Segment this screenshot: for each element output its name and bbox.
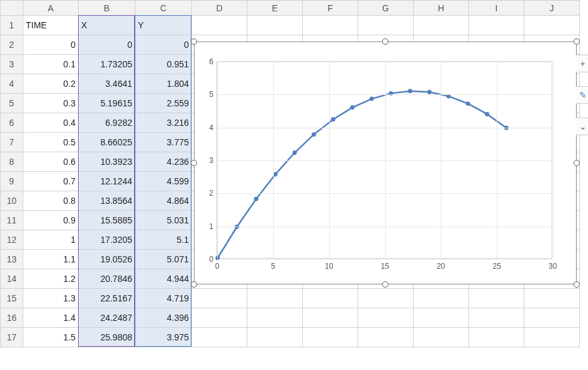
cell-A8[interactable]: 0.6 [23, 152, 79, 172]
cell-B6[interactable]: 6.9282 [79, 113, 135, 133]
row-header-16[interactable]: 16 [1, 308, 23, 328]
resize-handle-mr[interactable] [574, 160, 580, 166]
cell-B7[interactable]: 8.66025 [79, 133, 135, 152]
cell-A15[interactable]: 1.3 [23, 289, 79, 308]
chart-plot-area[interactable]: 0123456051015202530 [217, 61, 552, 259]
chart-object[interactable]: 0123456051015202530 + ✎ ⌄ [194, 42, 577, 284]
row-header-17[interactable]: 17 [1, 328, 23, 347]
cell-C15[interactable]: 4.719 [135, 289, 192, 308]
cell-C5[interactable]: 2.559 [135, 94, 192, 113]
cell-F17[interactable] [303, 328, 358, 347]
cell-E17[interactable] [247, 328, 303, 347]
column-header-C[interactable]: C [135, 1, 192, 16]
row-header-10[interactable]: 10 [1, 191, 23, 211]
column-header-B[interactable]: B [79, 1, 135, 16]
cell-G15[interactable] [358, 289, 414, 308]
cell-D17[interactable] [192, 328, 247, 347]
cell-C1[interactable]: Y [135, 16, 192, 35]
column-header-D[interactable]: D [192, 1, 247, 16]
cell-B15[interactable]: 22.5167 [79, 289, 135, 308]
row-header-1[interactable]: 1 [1, 16, 23, 35]
column-header-J[interactable]: J [524, 1, 580, 16]
chart-styles-button[interactable]: ✎ [576, 86, 588, 104]
cell-C6[interactable]: 3.216 [135, 113, 192, 133]
cell-E16[interactable] [247, 308, 303, 328]
row-header-3[interactable]: 3 [1, 55, 23, 74]
cell-J16[interactable] [524, 308, 580, 328]
cell-B11[interactable]: 15.5885 [79, 211, 135, 230]
cell-I16[interactable] [469, 308, 524, 328]
resize-handle-br[interactable] [574, 281, 580, 288]
cell-B17[interactable]: 25.9808 [79, 328, 135, 347]
cell-A5[interactable]: 0.3 [23, 94, 79, 113]
resize-handle-tr[interactable] [574, 38, 580, 45]
row-header-9[interactable]: 9 [1, 172, 23, 191]
cell-H16[interactable] [414, 308, 469, 328]
resize-handle-tm[interactable] [382, 38, 388, 45]
cell-B13[interactable]: 19.0526 [79, 250, 135, 269]
cell-A16[interactable]: 1.4 [23, 308, 79, 328]
column-header-A[interactable]: A [23, 1, 79, 16]
row-header-13[interactable]: 13 [1, 250, 23, 269]
column-header-I[interactable]: I [469, 1, 524, 16]
cell-C16[interactable]: 4.396 [135, 308, 192, 328]
row-header-8[interactable]: 8 [1, 152, 23, 172]
cell-F1[interactable] [303, 16, 358, 35]
row-header-14[interactable]: 14 [1, 269, 23, 289]
cell-C3[interactable]: 0.951 [135, 55, 192, 74]
resize-handle-tl[interactable] [191, 38, 197, 45]
row-header-11[interactable]: 11 [1, 211, 23, 230]
cell-J17[interactable] [524, 328, 580, 347]
column-header-H[interactable]: H [414, 1, 469, 16]
cell-C10[interactable]: 4.864 [135, 191, 192, 211]
cell-G1[interactable] [358, 16, 414, 35]
cell-C12[interactable]: 5.1 [135, 230, 192, 250]
cell-B9[interactable]: 12.1244 [79, 172, 135, 191]
row-header-12[interactable]: 12 [1, 230, 23, 250]
cell-C17[interactable]: 3.975 [135, 328, 192, 347]
cell-H15[interactable] [414, 289, 469, 308]
resize-handle-ml[interactable] [191, 160, 197, 166]
cell-B16[interactable]: 24.2487 [79, 308, 135, 328]
cell-A14[interactable]: 1.2 [23, 269, 79, 289]
cell-G17[interactable] [358, 328, 414, 347]
cell-I17[interactable] [469, 328, 524, 347]
cell-D15[interactable] [192, 289, 247, 308]
cell-A4[interactable]: 0.2 [23, 74, 79, 94]
cell-C11[interactable]: 5.031 [135, 211, 192, 230]
cell-A17[interactable]: 1.5 [23, 328, 79, 347]
cell-A10[interactable]: 0.8 [23, 191, 79, 211]
cell-A11[interactable]: 0.9 [23, 211, 79, 230]
cell-A6[interactable]: 0.4 [23, 113, 79, 133]
column-header-G[interactable]: G [358, 1, 414, 16]
row-header-4[interactable]: 4 [1, 74, 23, 94]
chart-filter-button[interactable]: ⌄ [576, 118, 588, 135]
cell-C14[interactable]: 4.944 [135, 269, 192, 289]
row-header-7[interactable]: 7 [1, 133, 23, 152]
cell-J1[interactable] [524, 16, 580, 35]
cell-A3[interactable]: 0.1 [23, 55, 79, 74]
cell-B14[interactable]: 20.7846 [79, 269, 135, 289]
cell-A13[interactable]: 1.1 [23, 250, 79, 269]
row-header-2[interactable]: 2 [1, 35, 23, 55]
cell-J15[interactable] [524, 289, 580, 308]
cell-A2[interactable]: 0 [23, 35, 79, 55]
cell-C4[interactable]: 1.804 [135, 74, 192, 94]
cell-A1[interactable]: TIME [23, 16, 79, 35]
cell-B2[interactable]: 0 [79, 35, 135, 55]
cell-B3[interactable]: 1.73205 [79, 55, 135, 74]
cell-B12[interactable]: 17.3205 [79, 230, 135, 250]
resize-handle-bm[interactable] [382, 281, 388, 288]
cell-B5[interactable]: 5.19615 [79, 94, 135, 113]
chart-plus-button[interactable]: + [576, 55, 588, 72]
cell-D16[interactable] [192, 308, 247, 328]
cell-B4[interactable]: 3.4641 [79, 74, 135, 94]
cell-H17[interactable] [414, 328, 469, 347]
select-all-corner[interactable] [1, 1, 23, 16]
row-header-5[interactable]: 5 [1, 94, 23, 113]
cell-C2[interactable]: 0 [135, 35, 192, 55]
cell-H1[interactable] [414, 16, 469, 35]
cell-B8[interactable]: 10.3923 [79, 152, 135, 172]
column-header-F[interactable]: F [303, 1, 358, 16]
cell-E15[interactable] [247, 289, 303, 308]
